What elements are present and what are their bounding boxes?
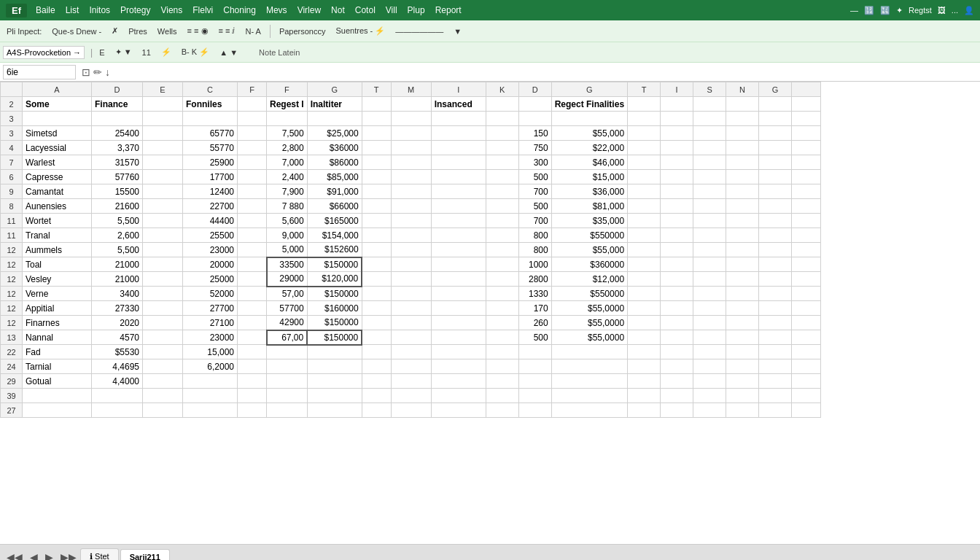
cell-f1[interactable] [238,272,267,287]
cell-m[interactable] [391,141,431,155]
cell-t[interactable] [362,126,391,141]
cell-g2[interactable]: $55,0000 [551,316,627,330]
cell-n[interactable] [726,257,759,272]
cell-a[interactable]: Wortet [23,214,92,228]
cell-k[interactable] [486,389,518,403]
cell-extra[interactable] [792,316,821,330]
cell-s[interactable] [693,214,726,228]
cell-k[interactable] [486,126,518,141]
cell-k[interactable] [486,184,518,199]
cell-extra[interactable] [792,199,821,214]
menu-item-virlew[interactable]: Virlew [298,5,321,15]
cell-c[interactable]: 65770 [183,126,238,141]
menu-item-plup[interactable]: Plup [408,5,425,15]
cell-t2[interactable] [628,287,661,301]
cell-g[interactable]: $165000 [307,214,362,228]
cell-f[interactable]: 9,000 [267,228,308,243]
cell-d2[interactable]: 1000 [518,257,551,272]
cell-d2[interactable] [518,389,551,403]
col-header[interactable]: I [661,82,693,97]
col-header[interactable]: I [431,82,486,97]
cell-n[interactable] [726,389,759,403]
cell-e[interactable] [143,170,183,184]
col-header[interactable]: A [23,82,92,97]
cell-g3[interactable] [759,345,792,359]
header-cell[interactable]: Regest I [267,97,308,112]
cell-m[interactable] [391,155,431,170]
col-header[interactable]: G [759,82,792,97]
ribbon-section[interactable]: ▼ [450,26,465,37]
ribbon-format-button[interactable]: ⚡ [158,46,175,58]
cell-g[interactable]: $25,000 [307,126,362,141]
cell-t[interactable] [362,170,391,184]
cell-n[interactable] [726,126,759,141]
cell-m[interactable] [391,214,431,228]
cell-c[interactable]: 27700 [183,301,238,316]
cell-d2[interactable]: 500 [518,199,551,214]
col-header[interactable]: F [267,82,308,97]
cell-k[interactable] [486,214,518,228]
cell-e[interactable] [143,359,183,374]
col-header[interactable] [792,82,821,97]
ribbon-section[interactable]: Papersonccy [276,26,330,37]
cell-t[interactable] [362,359,391,374]
cell-g[interactable]: $150000 [307,330,362,345]
cell-i2[interactable] [661,155,693,170]
cell-a[interactable]: Gotual [23,374,92,389]
cell-t2[interactable] [628,301,661,316]
menu-item-list[interactable]: List [66,5,79,15]
cell-t2[interactable] [628,214,661,228]
cell-s[interactable] [693,345,726,359]
cell-d[interactable]: $5530 [92,345,143,359]
cell-k[interactable] [486,345,518,359]
cell-f[interactable] [267,374,308,389]
title-right-item[interactable]: 🔢 [864,6,874,15]
cell-t[interactable] [362,374,391,389]
header-cell[interactable] [661,97,693,112]
cell-e[interactable] [143,345,183,359]
cell-a[interactable]: Verne [23,287,92,301]
cell-i2[interactable] [661,301,693,316]
cell-f[interactable] [267,403,308,418]
cell-g2[interactable]: $55,0000 [551,301,627,316]
ribbon-button[interactable]: N- A [241,26,264,37]
cell-i[interactable] [431,243,486,257]
cell-g2[interactable]: $550000 [551,287,627,301]
cell-k[interactable] [486,272,518,287]
header-cell[interactable] [726,97,759,112]
col-header[interactable]: E [143,82,183,97]
menu-item-viens[interactable]: Viens [160,5,182,15]
col-header[interactable]: M [391,82,431,97]
cell-extra[interactable] [792,141,821,155]
header-cell[interactable] [759,97,792,112]
cell-n[interactable] [726,170,759,184]
cell-d2[interactable]: 150 [518,126,551,141]
cell-g[interactable] [307,359,362,374]
cell-a[interactable] [23,389,92,403]
cell-s[interactable] [693,301,726,316]
cell-f[interactable]: 67,00 [267,330,308,345]
cell-d[interactable]: 3400 [92,287,143,301]
cell-c[interactable]: 25900 [183,155,238,170]
header-cell[interactable]: Finance [92,97,143,112]
menu-item-baile[interactable]: Baile [36,5,55,15]
cell-t[interactable] [362,403,391,418]
cell-t2[interactable] [628,184,661,199]
cell-i[interactable] [431,184,486,199]
cell-s[interactable] [693,374,726,389]
cell-c[interactable]: 12400 [183,184,238,199]
cell-g[interactable]: $152600 [307,243,362,257]
cell-i2[interactable] [661,141,693,155]
cell-n[interactable] [726,184,759,199]
cell-e[interactable] [143,330,183,345]
ribbon-format-button[interactable]: E [96,47,108,58]
cell-g2[interactable] [551,403,627,418]
cell-t[interactable] [362,243,391,257]
cell-n[interactable] [726,228,759,243]
cell-e[interactable] [143,184,183,199]
cell-s[interactable] [693,389,726,403]
cell-a[interactable]: Nannal [23,330,92,345]
cell-extra[interactable] [792,170,821,184]
cell-n[interactable] [726,316,759,330]
cell-k[interactable] [486,287,518,301]
